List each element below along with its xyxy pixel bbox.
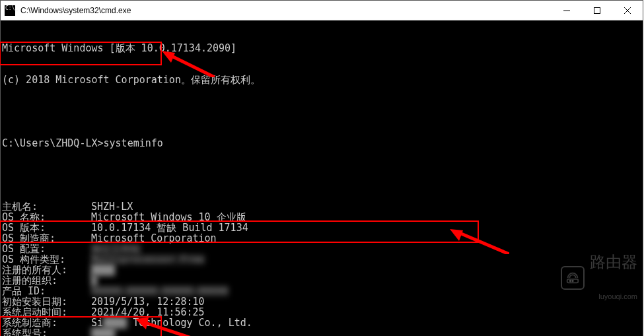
maximize-button[interactable] (582, 1, 612, 20)
info-row: OS 名称:Microsoft Windows 10 企业版 (2, 212, 641, 222)
info-row: 系统制造商:Si████ Technology Co., Ltd. (2, 318, 641, 328)
close-button[interactable] (612, 1, 643, 20)
svg-point-11 (569, 281, 571, 282)
info-label: OS 名称: (2, 212, 91, 222)
router-icon (561, 266, 585, 290)
info-label: 注册的组织: (2, 275, 91, 286)
info-label: 注册的所有人: (2, 265, 91, 275)
watermark-text-small: luyouqi.com (590, 291, 637, 302)
info-label: 初始安装日期: (2, 296, 91, 307)
info-value: 00000-00000-00000-00000 (91, 285, 229, 297)
watermark-text-big: 路由器 (590, 254, 637, 270)
info-row: OS 版本:10.0.17134 暂缺 Build 17134 (2, 222, 641, 233)
minimize-button[interactable] (552, 1, 582, 20)
svg-point-12 (572, 281, 573, 282)
banner-line-1: Microsoft Windows [版本 10.0.17134.2090] (2, 43, 641, 53)
info-value: Si████ Technology Co., Ltd. (91, 317, 252, 329)
info-row: 系统启动时间:2021/4/20, 11:56:25 (2, 307, 641, 318)
info-row: 产品 ID:00000-00000-00000-00000 (2, 286, 641, 296)
info-label: OS 制造商: (2, 233, 91, 244)
banner-line-2: (c) 2018 Microsoft Corporation。保留所有权利。 (2, 75, 641, 85)
cmd-icon (5, 5, 15, 16)
prompt-line: C:\Users\ZHDQ-LX>systeminfo (2, 138, 641, 149)
info-label: 系统制造商: (2, 318, 91, 328)
info-value: ████ (91, 327, 115, 336)
info-row: 初始安装日期:2019/5/13, 12:28:10 (2, 296, 641, 307)
info-row: OS 制造商:Microsoft Corporation (2, 233, 641, 244)
info-label: OS 版本: (2, 222, 91, 233)
info-label: OS 配置: (2, 244, 91, 254)
prompt-path: C:\Users\ZHDQ-LX> (2, 137, 104, 149)
info-label: 主机名: (2, 201, 91, 212)
info-row: OS 构件类型:Multiprocessor Free (2, 254, 641, 265)
info-label: OS 构件类型: (2, 254, 91, 265)
titlebar[interactable]: C:\Windows\system32\cmd.exe (1, 1, 643, 20)
cmd-window: C:\Windows\system32\cmd.exe Microsoft Wi… (0, 0, 643, 336)
info-label: 系统型号: (2, 328, 91, 336)
info-row: OS 配置:独立工作站 (2, 244, 641, 254)
info-row: 系统型号:████ (2, 328, 641, 336)
info-row: 主机名:SHZH-LX (2, 201, 641, 212)
prompt-command: systeminfo (104, 137, 163, 149)
window-title: C:\Windows\system32\cmd.exe (19, 6, 552, 15)
info-row: 注册的组织:█ (2, 275, 641, 286)
annotation-arrow-1 (162, 51, 215, 77)
watermark: 路由器 luyouqi.com (561, 233, 637, 323)
svg-rect-1 (594, 7, 600, 13)
terminal-area[interactable]: Microsoft Windows [版本 10.0.17134.2090] (… (1, 20, 643, 336)
info-label: 产品 ID: (2, 286, 91, 296)
info-label: 系统启动时间: (2, 307, 91, 318)
info-row: 注册的所有人:████ (2, 265, 641, 275)
